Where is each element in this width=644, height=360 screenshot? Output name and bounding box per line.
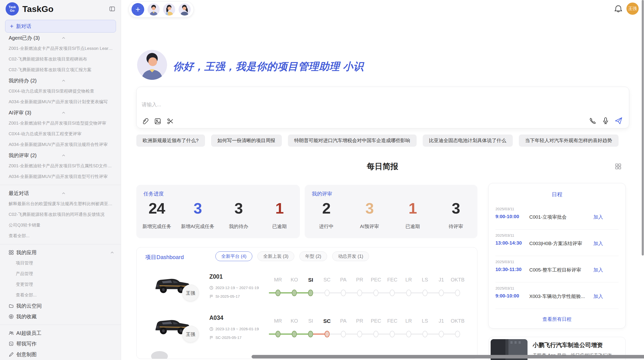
project-flag: SC-2025-05-17 bbox=[209, 335, 242, 340]
phone-call-icon[interactable] bbox=[589, 117, 597, 125]
user-avatar[interactable]: 王强 bbox=[626, 3, 639, 15]
milestone-dot bbox=[341, 290, 346, 296]
sidebar-item[interactable]: Z001-全新燃油轻卡产品开发项目SI造型提交物评审 bbox=[0, 118, 121, 129]
sidebar-section-header[interactable]: AI评审 (3) bbox=[0, 107, 121, 118]
sidebar-item[interactable]: Z001-全新燃油轻卡产品开发项目SI节点属性5D文件评审 bbox=[0, 161, 121, 171]
sidebar-section-header[interactable]: Agent已办 (3) bbox=[0, 33, 121, 43]
sidebar-item[interactable]: A034-全新新能源MUV产品开发项目法规符合性评审 bbox=[0, 139, 121, 150]
schedule-date: 2025/03/11 bbox=[495, 207, 514, 211]
suggestion-chip[interactable]: 欧洲新规最近颁布了什么? bbox=[136, 134, 205, 147]
recent-chat-item[interactable]: 解释最新出台的欧盟报废车法规再生塑料比例被调至15%... bbox=[0, 199, 121, 209]
apps-grid-icon bbox=[9, 250, 14, 255]
view-all-schedule-link[interactable]: 查看所有日程 bbox=[489, 316, 625, 323]
recent-chats-header[interactable]: 最近对话 bbox=[0, 188, 121, 199]
schedule-date: 2025/03/11 bbox=[495, 233, 514, 237]
stat-column: 3AI预评审 bbox=[348, 200, 391, 230]
schedule-time: 10:30-11:30 bbox=[495, 267, 521, 272]
recent-chat-item[interactable]: C02-飞腾新能源轻客改款项目的闭环通告反馈情况 bbox=[0, 209, 121, 220]
sidebar-item[interactable]: A034-全新新能源MUV产品开发项目造型可行性评审 bbox=[0, 171, 121, 182]
project-dates: 2023-12-19 ~ 2027-01-19 bbox=[209, 286, 259, 290]
milestone-dot bbox=[406, 331, 411, 337]
divider bbox=[495, 309, 619, 309]
briefing-layout-icon[interactable] bbox=[615, 163, 622, 170]
sidebar-tool-item[interactable]: 帮我写作 bbox=[0, 338, 121, 349]
sidebar-tool-item[interactable]: 创意制图 bbox=[0, 349, 121, 360]
recent-chat-item[interactable]: 查看全部... bbox=[0, 231, 121, 241]
chevron-up-icon bbox=[62, 36, 114, 39]
join-meeting-link[interactable]: 加入 bbox=[593, 267, 603, 273]
sidebar-section-header[interactable]: 我的待办 (2) bbox=[0, 75, 121, 86]
dashboard-tab[interactable]: 动总开发 (1) bbox=[332, 251, 369, 261]
recent-chat-item[interactable]: 公司Q3轻卡销量 bbox=[0, 220, 121, 231]
sidebar-section-header[interactable]: 我的评审 (2) bbox=[0, 150, 121, 161]
sidebar-item[interactable]: A034-全新新能源MUV产品开发项目计划变更表编写 bbox=[0, 97, 121, 107]
sidebar-item-cloud-space[interactable]: 我的云空间 bbox=[0, 301, 121, 311]
stat-column: 24新增完成任务 bbox=[136, 200, 177, 230]
project-code: Z001 bbox=[209, 273, 223, 280]
join-meeting-link[interactable]: 加入 bbox=[593, 293, 603, 300]
suggestion-chip[interactable]: 当下年轻人对汽车外观有怎样的喜好趋势 bbox=[519, 134, 619, 147]
image-icon[interactable] bbox=[154, 117, 162, 125]
next-project-partial bbox=[151, 351, 168, 359]
microphone-icon[interactable] bbox=[602, 117, 610, 125]
section-title: AI评审 (3) bbox=[9, 109, 62, 116]
schedule-item: 2025/03/1110:30-11:30C005-整车工程目标评审加入 bbox=[489, 256, 625, 282]
milestone-label: PR bbox=[352, 277, 368, 283]
milestone-dot bbox=[455, 331, 460, 337]
vertical-scrollbar-thumb[interactable] bbox=[642, 0, 644, 256]
sidebar-item[interactable]: C0X4-动力总成开发项目工程变更评审 bbox=[0, 129, 121, 139]
divider bbox=[0, 325, 121, 325]
conversation-avatar-1[interactable] bbox=[148, 3, 160, 16]
join-meeting-link[interactable]: 加入 bbox=[593, 240, 603, 247]
app-item[interactable]: 查看全部... bbox=[0, 290, 121, 301]
suggestion-chip[interactable]: 比亚迪全固态电池计划具体说了什么 bbox=[423, 134, 513, 147]
clock-icon bbox=[209, 286, 213, 290]
stat-column: 3新增AI完成任务 bbox=[177, 200, 218, 230]
dashboard-tab[interactable]: 全新上装 (3) bbox=[257, 251, 294, 261]
conversation-avatar-2[interactable] bbox=[163, 3, 175, 16]
sidebar-item-my-apps[interactable]: 我的应用 bbox=[0, 247, 121, 258]
app-item[interactable]: 变更管理 bbox=[0, 279, 121, 290]
conversation-avatar-3[interactable] bbox=[179, 3, 191, 16]
sidebar-item-star-circle[interactable]: 我的收藏 bbox=[0, 311, 121, 322]
clock-icon bbox=[209, 327, 213, 331]
star-circle-icon bbox=[9, 314, 14, 319]
add-conversation-button[interactable]: + bbox=[131, 3, 144, 16]
dashboard-tab[interactable]: 全新平台 (4) bbox=[215, 251, 252, 261]
new-chat-button[interactable]: + 新对话 bbox=[5, 20, 116, 33]
schedule-card: 日程 2025/03/119:00-10:00C001-立项审批会加入2025/… bbox=[488, 183, 626, 328]
dashboard-tab[interactable]: 年型 (2) bbox=[299, 251, 327, 261]
sidebar-item[interactable]: C02-飞腾新能源轻客改款项目立项汇报方案 bbox=[0, 65, 121, 75]
milestone-dot bbox=[275, 290, 281, 296]
schedule-event-title: X003-车辆动力学性能验... bbox=[529, 293, 588, 300]
app-item[interactable]: 产品管理 bbox=[0, 268, 121, 279]
milestone-dot bbox=[373, 290, 378, 296]
my-review-card: 我的评审 2进行中3AI预评审1已逾期3待评审 bbox=[305, 185, 477, 238]
milestone-dot bbox=[357, 290, 362, 296]
stat-column: 2进行中 bbox=[305, 200, 348, 230]
sidebar-collapse-icon[interactable] bbox=[109, 6, 115, 12]
suggestion-chip[interactable]: 如何写一份清晰的项目周报 bbox=[211, 134, 282, 147]
app-item[interactable]: 项目管理 bbox=[0, 258, 121, 268]
schedule-date: 2025/03/11 bbox=[495, 286, 514, 290]
chat-input[interactable] bbox=[142, 102, 523, 108]
send-icon[interactable] bbox=[614, 116, 623, 125]
milestone-label: SC bbox=[319, 318, 335, 324]
sidebar-item[interactable]: C02-飞腾新能源轻客改款项目里程碑画布 bbox=[0, 54, 121, 65]
milestone-line-completed bbox=[269, 292, 311, 293]
attachment-icon[interactable] bbox=[141, 117, 149, 125]
app-title: TaskGo bbox=[22, 4, 109, 14]
sidebar-tool-item[interactable]: AI超级员工 bbox=[0, 328, 121, 338]
join-meeting-link[interactable]: 加入 bbox=[593, 214, 603, 220]
chevron-up-icon bbox=[62, 79, 114, 82]
scissors-icon[interactable] bbox=[167, 117, 174, 125]
horizontal-scrollbar-thumb[interactable] bbox=[252, 355, 644, 358]
notification-bell-icon[interactable] bbox=[613, 4, 623, 14]
milestone-label: LS bbox=[417, 318, 433, 324]
main-content: + 王强 你好，王强，我是你的项目管理助理 小识 bbox=[121, 0, 644, 360]
sidebar-item[interactable]: C0X4-动力总成开发项目SI里程碑提交物检查 bbox=[0, 86, 121, 97]
project-owner-badge: 王强 bbox=[182, 326, 199, 342]
sidebar-item[interactable]: Z001-全新燃油皮卡产品开发项目SI节点Lesson Learn报告 bbox=[0, 43, 121, 54]
project-owner-badge: 王强 bbox=[182, 284, 199, 301]
suggestion-chip[interactable]: 特朗普可能对进口汽车增税会对中国车企造成哪些影响 bbox=[288, 134, 417, 147]
